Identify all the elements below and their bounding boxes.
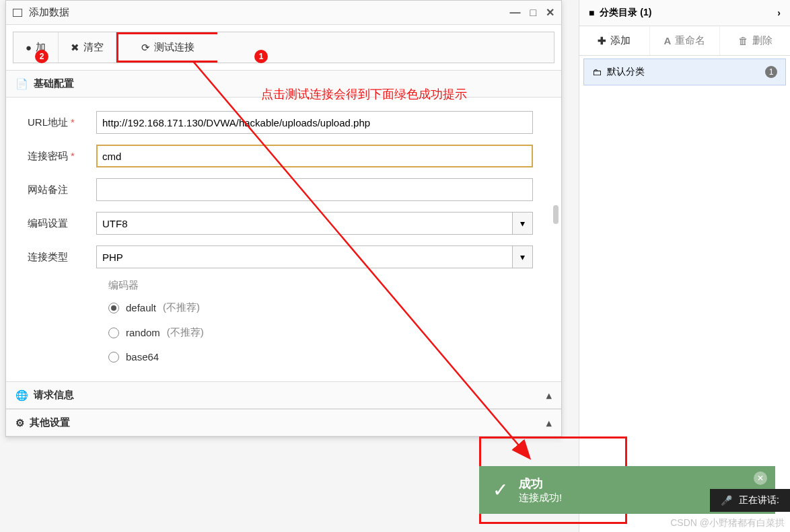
- other-settings-header[interactable]: ⚙ 其他设置 ▴: [6, 409, 561, 436]
- note-input[interactable]: [96, 178, 533, 201]
- note-row: 网站备注: [15, 178, 552, 201]
- font-icon: A: [664, 35, 672, 46]
- annotation-text: 点击测试连接会得到下面绿色成功提示: [261, 86, 467, 102]
- voice-status-bar: 🎤 正在讲话:: [710, 489, 790, 512]
- basic-config-label: 基础配置: [34, 77, 74, 90]
- test-connection-button[interactable]: ⟳ 测试连接: [116, 32, 217, 63]
- folder-outline-icon: 🗀: [592, 67, 602, 77]
- encoder-default[interactable]: default (不推荐): [108, 301, 552, 314]
- category-item-default[interactable]: 🗀 默认分类 1: [583, 59, 786, 85]
- radio-icon: [108, 303, 119, 313]
- category-item-label: 默认分类: [607, 66, 645, 78]
- trash-icon: 🗑: [738, 35, 748, 46]
- encoder-random[interactable]: random (不推荐): [108, 326, 552, 339]
- sidebar-delete-button[interactable]: 🗑删除: [719, 26, 790, 55]
- dialog-toolbar: ● 加 ✖ 清空 ⟳ 测试连接: [13, 32, 554, 63]
- encoder-block: 编码器 default (不推荐) random (不推荐) base64: [108, 279, 552, 363]
- encoder-base64-label: base64: [126, 351, 159, 363]
- voice-status-label: 正在讲话:: [739, 494, 779, 506]
- chevron-down-icon[interactable]: ▾: [512, 246, 532, 268]
- sidebar-title: 分类目录 (1): [600, 7, 651, 19]
- sidebar-add-button[interactable]: ✚添加: [579, 26, 649, 55]
- annotation-badge-1: 1: [254, 50, 268, 63]
- toast-close-button[interactable]: ✕: [754, 471, 767, 485]
- request-info-label: 请求信息: [34, 389, 74, 402]
- clear-button[interactable]: ✖ 清空: [59, 32, 116, 63]
- annotation-badge-2: 2: [35, 50, 48, 63]
- gear-icon: ⚙: [15, 417, 24, 429]
- url-row: URL地址*: [15, 111, 552, 134]
- encoder-random-label: random: [126, 327, 160, 338]
- category-item-count: 1: [765, 66, 777, 78]
- sidebar-add-label: 添加: [610, 34, 631, 47]
- form-area: URL地址* 连接密码* 网站备注 编码设置 ▾ 连接类型 ▾: [6, 98, 561, 381]
- encoding-select[interactable]: ▾: [96, 212, 533, 235]
- url-input[interactable]: [96, 111, 533, 134]
- encoder-hint: (不推荐): [163, 301, 200, 314]
- chevron-up-icon: ▴: [546, 389, 552, 402]
- url-label: URL地址*: [15, 116, 96, 129]
- spinner-icon: ⟳: [141, 42, 150, 54]
- sidebar-rename-label: 重命名: [675, 34, 705, 47]
- note-label: 网站备注: [15, 184, 96, 196]
- toast-title: 成功: [519, 476, 562, 492]
- window-controls: — □ ✕: [503, 6, 554, 19]
- test-connection-label: 测试连接: [154, 41, 194, 54]
- password-label: 连接密码*: [15, 150, 96, 163]
- close-button[interactable]: ✕: [546, 6, 554, 19]
- maximize-button[interactable]: □: [530, 7, 536, 19]
- conntype-value[interactable]: [97, 246, 512, 268]
- toast-message: 连接成功!: [519, 492, 562, 504]
- folder-icon: ■: [589, 7, 594, 18]
- sidebar-delete-label: 删除: [752, 34, 773, 47]
- other-settings-label: 其他设置: [30, 416, 70, 429]
- password-row: 连接密码*: [15, 145, 552, 167]
- file-icon: 📄: [15, 78, 28, 90]
- check-icon: ✓: [493, 479, 508, 501]
- encoding-label: 编码设置: [15, 217, 96, 230]
- radio-icon: [108, 352, 119, 363]
- conntype-row: 连接类型 ▾: [15, 245, 552, 268]
- minimize-button[interactable]: —: [510, 7, 521, 19]
- globe-icon: 🌐: [15, 389, 28, 402]
- watermark: CSDN @小野猪都有白菜拱: [670, 517, 785, 529]
- plus-icon: ✚: [598, 35, 606, 47]
- password-input[interactable]: [96, 145, 533, 167]
- dialog-title: 添加数据: [29, 6, 503, 19]
- encoder-title: 编码器: [108, 279, 552, 292]
- chevron-right-icon[interactable]: ›: [777, 7, 781, 18]
- encoder-default-label: default: [126, 302, 156, 313]
- radio-icon: [108, 328, 119, 338]
- encoder-hint: (不推荐): [167, 326, 204, 339]
- chevron-up-icon: ▴: [546, 417, 552, 429]
- conntype-label: 连接类型: [15, 251, 96, 264]
- x-icon: ✖: [71, 42, 79, 54]
- dialog-titlebar: 添加数据 — □ ✕: [6, 1, 561, 25]
- sidebar-rename-button[interactable]: A重命名: [649, 26, 720, 55]
- clear-button-label: 清空: [83, 41, 104, 54]
- window-icon: [13, 9, 22, 17]
- encoding-value[interactable]: [97, 213, 512, 234]
- plus-icon: ●: [26, 42, 32, 53]
- chevron-down-icon[interactable]: ▾: [512, 213, 532, 234]
- conntype-select[interactable]: ▾: [96, 245, 533, 268]
- request-info-header[interactable]: 🌐 请求信息 ▴: [6, 381, 561, 409]
- sidebar-header: ■ 分类目录 (1) ›: [579, 0, 790, 26]
- mic-icon: 🎤: [721, 495, 732, 506]
- sidebar-toolbar: ✚添加 A重命名 🗑删除: [579, 26, 790, 56]
- encoding-row: 编码设置 ▾: [15, 212, 552, 235]
- scrollbar[interactable]: [553, 205, 559, 224]
- encoder-base64[interactable]: base64: [108, 351, 552, 363]
- add-data-dialog: 添加数据 — □ ✕ ● 加 ✖ 清空 ⟳ 测试连接 📄 基础配置 URL地址*: [5, 0, 562, 437]
